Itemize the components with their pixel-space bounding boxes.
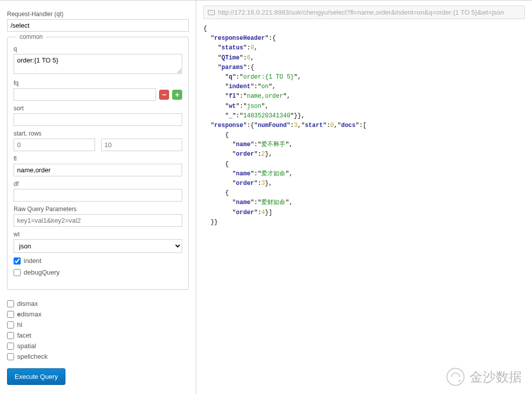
query-form-panel: Request-Handler (qt) common q order:{1 T… [0,1,196,394]
raw-params-input[interactable] [14,214,182,227]
dismax-checkbox[interactable] [7,300,14,307]
facet-checkbox[interactable] [7,332,14,339]
spatial-checkbox[interactable] [7,343,14,350]
result-panel: ⋯ http://172.16.0.221:8983/solr/chengyu/… [196,1,532,394]
hl-label: hl [17,321,22,329]
add-fq-button[interactable]: + [172,90,182,100]
watermark-text: 金沙数据 [470,368,522,386]
edismax-checkbox[interactable] [7,311,14,318]
common-legend: common [17,33,46,40]
debugquery-label: debugQuery [24,269,60,276]
df-input[interactable] [14,189,182,202]
debugquery-checkbox[interactable] [14,269,21,276]
rows-input[interactable] [101,139,183,151]
sort-label: sort [14,105,182,112]
fq-input[interactable] [14,88,156,101]
execute-query-button[interactable]: Execute Query [7,368,65,385]
hl-checkbox[interactable] [7,321,14,329]
fq-label: fq [14,80,182,87]
wt-select[interactable]: json [14,239,182,253]
query-options-block: dismax edismax hl facet spatial spellche… [7,300,189,360]
indent-checkbox[interactable] [14,257,21,265]
spatial-label: spatial [17,342,36,350]
df-label: df [14,180,182,187]
wt-label: wt [14,231,182,238]
start-rows-label: start, rows [14,130,182,137]
start-input[interactable] [14,139,95,151]
result-url-bar[interactable]: ⋯ http://172.16.0.221:8983/solr/chengyu/… [203,6,525,19]
fl-label: fl [14,155,182,162]
indent-label: indent [24,257,41,265]
url-icon: ⋯ [208,10,215,15]
result-url-text: http://172.16.0.221:8983/solr/chengyu/se… [218,9,504,16]
qt-label: Request-Handler (qt) [7,11,189,18]
facet-label: facet [17,332,31,339]
q-label: q [14,45,182,52]
main-container: Request-Handler (qt) common q order:{1 T… [0,0,532,394]
remove-fq-button[interactable]: − [159,90,169,100]
json-output: { "responseHeader":{ "status":0, "QTime"… [203,24,525,227]
edismax-label: edismax [17,310,41,318]
qt-input[interactable] [7,19,189,32]
q-input[interactable]: order:{1 TO 5} [14,54,182,74]
raw-params-label: Raw Query Parameters [14,206,182,213]
fl-input[interactable] [14,164,182,176]
spellcheck-label: spellcheck [17,353,48,360]
common-fieldset: common q order:{1 TO 5} fq − + sort star… [7,37,189,290]
watermark: 金沙数据 [446,368,522,386]
spellcheck-checkbox[interactable] [7,353,14,360]
wechat-icon [446,368,465,386]
dismax-label: dismax [17,300,38,307]
sort-input[interactable] [14,113,182,126]
